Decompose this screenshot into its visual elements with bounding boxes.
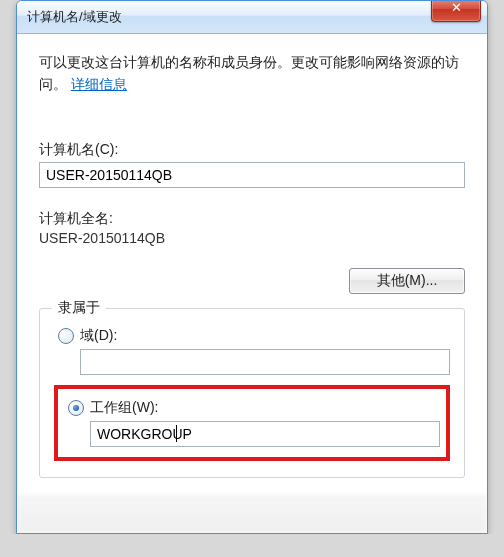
close-button[interactable]: ✕ <box>431 0 481 22</box>
member-of-groupbox: 隶属于 域(D): 工作组(W): <box>39 308 465 478</box>
dialog-footer <box>17 496 487 533</box>
workgroup-radio-label: 工作组(W): <box>90 399 158 417</box>
titlebar: 计算机名/域更改 ✕ <box>17 1 487 34</box>
details-link[interactable]: 详细信息 <box>71 76 127 92</box>
member-of-legend: 隶属于 <box>52 299 106 317</box>
workgroup-highlight: 工作组(W): <box>54 385 450 461</box>
description-text: 可以更改这台计算机的名称和成员身份。更改可能影响网络资源的访问。 详细信息 <box>39 52 465 95</box>
domain-option-block: 域(D): <box>54 327 450 375</box>
computer-name-label: 计算机名(C): <box>39 141 465 159</box>
more-button[interactable]: 其他(M)... <box>349 268 465 294</box>
full-name-value: USER-20150114QB <box>39 230 465 246</box>
computer-name-block: 计算机名(C): <box>39 141 465 188</box>
domain-input-wrap <box>80 349 450 375</box>
client-area: 可以更改这台计算机的名称和成员身份。更改可能影响网络资源的访问。 详细信息 计算… <box>17 34 487 496</box>
more-button-row: 其他(M)... <box>39 268 465 294</box>
workgroup-input-wrap <box>90 421 440 447</box>
workgroup-input[interactable] <box>90 421 440 447</box>
computer-name-input[interactable] <box>39 162 465 188</box>
workgroup-radio-row[interactable]: 工作组(W): <box>68 399 438 417</box>
workgroup-radio[interactable] <box>68 400 84 416</box>
text-caret <box>176 425 177 442</box>
window-buttons: ✕ <box>431 0 481 22</box>
domain-radio-label: 域(D): <box>80 327 117 345</box>
window-title: 计算机名/域更改 <box>27 8 483 26</box>
domain-radio-row[interactable]: 域(D): <box>58 327 448 345</box>
full-name-label: 计算机全名: <box>39 210 465 228</box>
close-icon: ✕ <box>451 0 462 15</box>
domain-input[interactable] <box>80 349 450 375</box>
dialog-window: 计算机名/域更改 ✕ 可以更改这台计算机的名称和成员身份。更改可能影响网络资源的… <box>16 0 488 534</box>
domain-radio[interactable] <box>58 328 74 344</box>
full-name-block: 计算机全名: USER-20150114QB <box>39 210 465 246</box>
